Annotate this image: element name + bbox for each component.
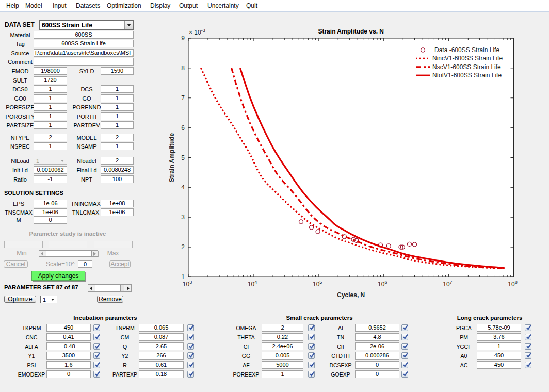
field-partdev[interactable]: 1 — [101, 121, 134, 129]
checkbox-ci[interactable] — [308, 343, 315, 350]
field-dcs0[interactable]: 1 — [34, 85, 67, 93]
field-tn[interactable]: 4.8 — [355, 333, 399, 341]
checkbox-gg[interactable] — [308, 352, 315, 359]
field-partsize[interactable]: 1 — [34, 121, 67, 129]
checkbox-omega[interactable] — [308, 324, 315, 331]
slider-thumb[interactable] — [95, 285, 121, 291]
field-emod[interactable]: 198000 — [34, 67, 67, 75]
checkbox-tn[interactable] — [401, 334, 408, 340]
field-psi[interactable]: 1.6 — [46, 361, 91, 369]
optimize-button[interactable]: Optimize — [4, 296, 36, 303]
field-partexp[interactable]: 0.18 — [139, 370, 184, 378]
scale-exponent-field[interactable]: 0 — [78, 260, 92, 268]
checkbox-partexp[interactable] — [187, 371, 194, 378]
field-pm[interactable]: 3.76 — [477, 333, 521, 341]
field-go[interactable]: 1 — [101, 94, 134, 102]
data-set-select[interactable]: 600SS Strain Life — [39, 20, 134, 30]
checkbox-emodexp[interactable] — [93, 371, 100, 378]
field-dcs[interactable]: 1 — [101, 85, 134, 93]
field-source[interactable]: l:\cmd\data1\users\rlc\Sandboxes\MSF_ — [34, 49, 134, 57]
field-tkprm[interactable]: 450 — [46, 324, 91, 332]
field-m[interactable]: 0 — [34, 216, 67, 224]
menu-item-model[interactable]: Model — [24, 0, 43, 11]
checkbox-q[interactable] — [187, 343, 194, 350]
field-final-ld[interactable]: 0.0080248 — [101, 166, 134, 174]
field-poresize[interactable]: 1 — [34, 103, 67, 111]
checkbox-pm[interactable] — [525, 334, 531, 340]
checkbox-poreexp[interactable] — [308, 371, 315, 378]
checkbox-theta[interactable] — [308, 334, 315, 340]
checkbox-af[interactable] — [308, 362, 315, 368]
checkbox-psi[interactable] — [93, 362, 100, 368]
checkbox-cm[interactable] — [187, 334, 194, 340]
field-cm[interactable]: 0.087 — [139, 333, 184, 341]
field-material[interactable]: 600SS — [34, 31, 134, 39]
field-tnprm[interactable]: 0.065 — [139, 324, 184, 332]
field-ygcf[interactable]: 1 — [477, 342, 521, 350]
field-emodexp[interactable]: 0 — [46, 370, 91, 378]
remove-button[interactable]: Remove — [97, 296, 123, 303]
field-ctdth[interactable]: 0.000286 — [355, 352, 399, 360]
field-tnincmax[interactable]: 1e+08 — [101, 200, 134, 207]
field-syld[interactable]: 1590 — [101, 67, 134, 75]
menu-item-input[interactable]: Input — [52, 0, 68, 11]
menu-item-display[interactable]: Display — [149, 0, 171, 11]
field-ai[interactable]: 0.5652 — [355, 324, 399, 332]
slider-right-arrow-button[interactable] — [125, 285, 131, 291]
field-tnlcmax[interactable]: 1e+06 — [101, 208, 134, 216]
checkbox-ctdth[interactable] — [401, 352, 408, 359]
field-cnc[interactable]: 0.41 — [46, 333, 91, 341]
menu-item-optimization[interactable]: Optimization — [106, 0, 142, 11]
field-tag[interactable]: 600SS Strain Life — [34, 40, 134, 47]
checkbox-ai[interactable] — [401, 324, 408, 331]
checkbox-y1[interactable] — [93, 352, 100, 359]
field-nsamp[interactable]: 1 — [101, 142, 134, 150]
parameter-set-slider[interactable] — [88, 284, 132, 292]
field-init-ld[interactable]: 0.0010062 — [34, 166, 67, 174]
field-eps[interactable]: 1e-06 — [34, 200, 67, 207]
field-npt[interactable]: 100 — [101, 175, 134, 183]
checkbox-goexp[interactable] — [401, 371, 408, 378]
checkbox-ac[interactable] — [525, 362, 531, 368]
field-gg[interactable]: 0.005 — [262, 352, 303, 360]
menu-item-datasets[interactable]: Datasets — [75, 0, 101, 11]
field-porosity[interactable]: 1 — [34, 112, 67, 120]
field-pgca[interactable]: 5.78e-09 — [477, 324, 521, 332]
field-y2[interactable]: 266 — [139, 352, 184, 360]
checkbox-cii[interactable] — [401, 343, 408, 350]
field-a0[interactable]: 450 — [477, 352, 521, 360]
field-ntype[interactable]: 2 — [34, 134, 67, 141]
apply-changes-button[interactable]: Apply changes — [31, 271, 85, 281]
checkbox-tnprm[interactable] — [187, 324, 194, 331]
field-ci[interactable]: 2.4e+06 — [262, 342, 303, 350]
field-goexp[interactable]: 0 — [355, 370, 399, 378]
checkbox-pgca[interactable] — [525, 324, 531, 331]
field-dcsexp[interactable]: 0 — [355, 361, 399, 369]
field-ratio[interactable]: -1 — [34, 175, 67, 183]
menu-item-quit[interactable]: Quit — [245, 0, 259, 11]
checkbox-ygcf[interactable] — [525, 343, 531, 350]
field-porennd[interactable]: 1 — [101, 103, 134, 111]
field-ac[interactable]: 450 — [477, 361, 521, 369]
checkbox-alfa[interactable] — [93, 343, 100, 350]
field-omega[interactable]: 2 — [262, 324, 303, 332]
field-theta[interactable]: 0.22 — [262, 333, 303, 341]
field-comment[interactable] — [34, 58, 134, 66]
checkbox-r[interactable] — [187, 362, 194, 368]
field-cii[interactable]: 2e-06 — [355, 342, 399, 350]
menu-item-help[interactable]: Help — [5, 0, 20, 11]
field-nspec[interactable]: 1 — [34, 142, 67, 150]
checkbox-y2[interactable] — [187, 352, 194, 359]
field-af[interactable]: 5000 — [262, 361, 303, 369]
field-model[interactable]: 2 — [101, 134, 134, 141]
menu-item-output[interactable]: Output — [178, 0, 199, 11]
slider-track[interactable] — [95, 285, 124, 291]
checkbox-tkprm[interactable] — [93, 324, 100, 331]
dropdown-arrow-button[interactable] — [124, 21, 133, 29]
field-porth[interactable]: 1 — [101, 112, 134, 120]
field-go0[interactable]: 1 — [34, 94, 67, 102]
field-nloadef[interactable]: 2 — [101, 157, 134, 165]
field-sult[interactable]: 1720 — [34, 76, 67, 84]
menu-item-uncertainty[interactable]: Uncertainty — [206, 0, 240, 11]
field-alfa[interactable]: -0.48 — [46, 342, 91, 350]
